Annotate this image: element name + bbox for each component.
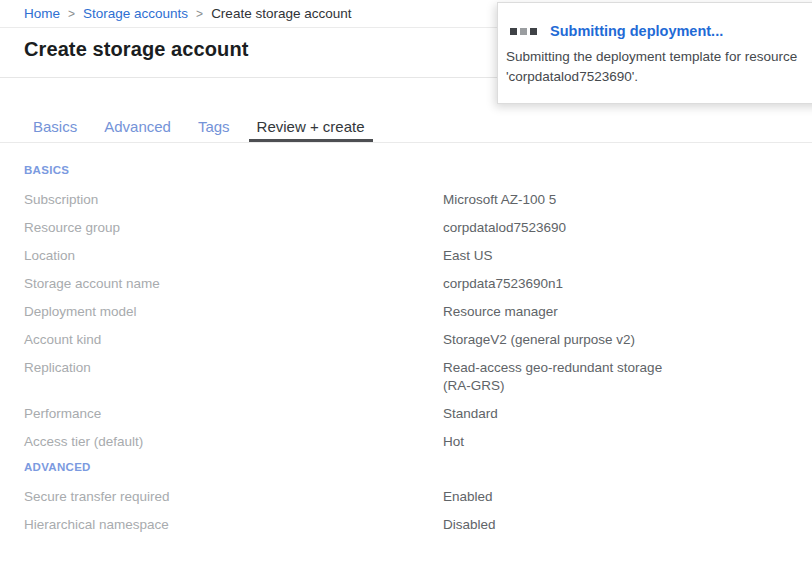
breadcrumb-separator: > <box>196 7 203 21</box>
row-label: Performance <box>24 405 443 423</box>
row-label: Access tier (default) <box>24 433 443 451</box>
breadcrumb-storage-accounts-link[interactable]: Storage accounts <box>83 6 188 21</box>
row-storage-account-name: Storage account name corpdata7523690n1 <box>24 275 812 293</box>
row-value: corpdata7523690n1 <box>443 275 673 293</box>
row-label: Location <box>24 247 443 265</box>
row-value: Standard <box>443 405 673 423</box>
row-subscription: Subscription Microsoft AZ-100 5 <box>24 191 812 209</box>
row-location: Location East US <box>24 247 812 265</box>
row-label: Storage account name <box>24 275 443 293</box>
toast-message: Submitting the deployment template for r… <box>506 47 812 87</box>
tab-advanced[interactable]: Advanced <box>104 118 171 142</box>
section-basics: BASICS Subscription Microsoft AZ-100 5 R… <box>24 164 812 451</box>
tab-basics[interactable]: Basics <box>33 118 77 142</box>
row-label: Secure transfer required <box>24 488 443 506</box>
row-secure-transfer: Secure transfer required Enabled <box>24 488 812 506</box>
row-account-kind: Account kind StorageV2 (general purpose … <box>24 331 812 349</box>
toast-message-line2: 'corpdatalod7523690'. <box>506 67 812 87</box>
section-header-basics: BASICS <box>24 164 812 176</box>
breadcrumb-home-link[interactable]: Home <box>24 6 60 21</box>
review-summary: BASICS Subscription Microsoft AZ-100 5 R… <box>0 143 812 534</box>
section-header-advanced: ADVANCED <box>24 461 812 473</box>
tab-tags[interactable]: Tags <box>198 118 230 142</box>
toast-title-link[interactable]: Submitting deployment... <box>550 23 723 39</box>
deployment-progress-icon <box>510 28 537 35</box>
breadcrumb-current-page: Create storage account <box>211 6 351 21</box>
row-value: Microsoft AZ-100 5 <box>443 191 673 209</box>
toast-message-line1: Submitting the deployment template for r… <box>506 47 812 67</box>
row-resource-group: Resource group corpdatalod7523690 <box>24 219 812 237</box>
row-replication: Replication Read-access geo-redundant st… <box>24 359 812 395</box>
tab-bar: Basics Advanced Tags Review + create <box>0 118 812 143</box>
row-label: Subscription <box>24 191 443 209</box>
row-access-tier: Access tier (default) Hot <box>24 433 812 451</box>
row-label: Replication <box>24 359 443 395</box>
row-deployment-model: Deployment model Resource manager <box>24 303 812 321</box>
row-performance: Performance Standard <box>24 405 812 423</box>
row-hierarchical-namespace: Hierarchical namespace Disabled <box>24 516 812 534</box>
tab-review-create[interactable]: Review + create <box>249 118 373 142</box>
row-label: Resource group <box>24 219 443 237</box>
row-value: StorageV2 (general purpose v2) <box>443 331 673 349</box>
breadcrumb-separator: > <box>68 7 75 21</box>
notification-toast[interactable]: Submitting deployment... Submitting the … <box>497 2 812 104</box>
row-value: Resource manager <box>443 303 673 321</box>
row-label: Hierarchical namespace <box>24 516 443 534</box>
section-advanced: ADVANCED Secure transfer required Enable… <box>24 461 812 534</box>
row-value: East US <box>443 247 673 265</box>
row-value: Hot <box>443 433 673 451</box>
row-label: Deployment model <box>24 303 443 321</box>
row-value: corpdatalod7523690 <box>443 219 673 237</box>
row-label: Account kind <box>24 331 443 349</box>
row-value: Read-access geo-redundant storage (RA-GR… <box>443 359 673 395</box>
row-value: Disabled <box>443 516 673 534</box>
row-value: Enabled <box>443 488 673 506</box>
